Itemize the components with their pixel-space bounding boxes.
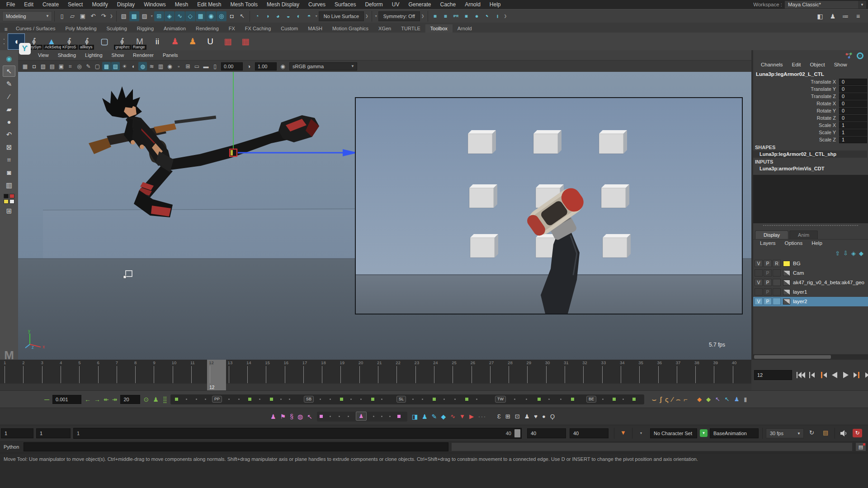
track-marker[interactable]	[443, 399, 445, 400]
command-input[interactable]	[24, 442, 448, 451]
pose-marker[interactable]	[397, 415, 401, 418]
layer-display-type-toggle[interactable]	[773, 269, 781, 277]
node-graph-icon[interactable]	[845, 52, 853, 59]
layer-name[interactable]: BG	[791, 261, 801, 266]
live-surface-field[interactable]: No Live Surface	[319, 11, 364, 21]
more-dots-icon[interactable]: ···	[478, 413, 486, 420]
render-view-icon[interactable]: ▤	[430, 11, 440, 21]
timeline-frame-7[interactable]: 7	[114, 360, 132, 390]
timeline-frame-10[interactable]: 10	[170, 360, 189, 390]
attribute-value-field[interactable]: 0	[839, 93, 867, 100]
tangent-auto-icon[interactable]: ⌣	[652, 395, 656, 404]
current-frame-field[interactable]: 12	[754, 370, 792, 380]
shadows-icon[interactable]: ◐	[129, 62, 138, 70]
folder-tool[interactable]: ▢	[96, 33, 113, 50]
pose-marker[interactable]	[348, 416, 349, 417]
channel-box-menu[interactable]: Object	[806, 61, 829, 70]
timeline-frame-27[interactable]: 27	[487, 360, 506, 390]
shelf-tab[interactable]: FX Caching	[240, 24, 276, 33]
attribute-editor-icon[interactable]: ≔	[840, 11, 850, 21]
script-editor-button[interactable]: ▤	[855, 442, 866, 451]
eye-tool-icon[interactable]: ◉	[3, 53, 15, 64]
menu-item[interactable]: Cache	[435, 0, 460, 9]
menu-item[interactable]: Surfaces	[330, 0, 360, 9]
layer-display-type-toggle[interactable]: R	[773, 260, 781, 267]
attribute-label[interactable]: Translate Z	[753, 94, 839, 99]
timeline-frame-33[interactable]: 33	[599, 360, 618, 390]
layer-display-type-toggle[interactable]	[773, 298, 781, 305]
track-marker[interactable]	[270, 398, 273, 401]
animation-layer-field[interactable]: BaseAnimation	[710, 428, 759, 438]
scrollbar-handle[interactable]	[754, 355, 831, 359]
layer-color-swatch[interactable]	[783, 261, 790, 267]
panel-menu-item[interactable]: Show	[107, 52, 129, 59]
orange-character-tool[interactable]: ♟	[184, 33, 201, 50]
select-dynamics-icon[interactable]: ◉	[206, 11, 216, 21]
attribute-label[interactable]: Rotate Y	[753, 108, 839, 113]
menu-item[interactable]: Windows	[139, 0, 170, 9]
tangent-step-icon[interactable]: ⌐	[684, 395, 688, 404]
timeline-frame-26[interactable]: 26	[469, 360, 487, 390]
step-back-icon[interactable]: ←	[85, 396, 91, 403]
track-marker[interactable]: TW	[495, 396, 506, 403]
track-marker[interactable]	[433, 398, 436, 401]
menu-item[interactable]: Select	[63, 0, 87, 9]
shelf-menu-icon[interactable]: ≡	[1, 26, 11, 33]
menu-item[interactable]: Deform	[360, 0, 387, 9]
track-marker[interactable]	[238, 399, 240, 400]
diamond-cyan-icon[interactable]: ◆	[441, 413, 446, 420]
playback-speed-field[interactable]: 0.001	[52, 395, 81, 404]
save-scene-icon[interactable]: ▣	[78, 11, 88, 21]
attribute-label[interactable]: Translate X	[753, 79, 839, 84]
select-rendering-icon[interactable]: ◎	[217, 11, 226, 21]
gamma-field[interactable]: 1.00	[255, 62, 277, 70]
pose-marker[interactable]: ♟	[356, 412, 367, 421]
line-tool-icon[interactable]: ∕	[3, 91, 15, 102]
gate-mask-icon[interactable]: ▬	[202, 62, 210, 70]
timeline-frame-35[interactable]: 35	[637, 360, 655, 390]
go-to-start-button[interactable]	[795, 371, 806, 380]
highlight-selection-icon[interactable]: ↖	[237, 11, 247, 21]
layer-row-bg[interactable]: V P R BG	[753, 259, 868, 268]
camera-attributes-icon[interactable]: ▧	[39, 62, 47, 70]
python-kfpros-tool[interactable]: ∮ KFproS	[61, 33, 78, 50]
pose-marker[interactable]	[381, 416, 382, 417]
track-marker[interactable]	[371, 398, 374, 401]
track-marker[interactable]	[538, 398, 541, 401]
python-allkeys-tool[interactable]: ∮ allkeys	[78, 33, 95, 50]
group-collapse-caret[interactable]: ❯	[420, 14, 425, 18]
pose-person-icon[interactable]: ♟	[270, 413, 276, 420]
shelf-tab[interactable]: Rigging	[132, 24, 159, 33]
heart-icon[interactable]: ♥	[534, 413, 538, 420]
track-marker[interactable]	[175, 398, 178, 401]
layer-editor-tab[interactable]: Anim	[789, 230, 818, 239]
timeline-frame-38[interactable]: 38	[693, 360, 711, 390]
timeline-frame-34[interactable]: 34	[618, 360, 637, 390]
create-layer-from-selected-icon[interactable]: ◆	[859, 250, 863, 257]
timeline-ticks[interactable]: 1234567891011121213141516171819202122232…	[0, 360, 751, 390]
python-graphzc-tool[interactable]: ∮ graphzc	[113, 33, 131, 50]
timeline-frame-19[interactable]: 19	[338, 360, 356, 390]
pause-viewport-icon[interactable]: ∥	[493, 11, 503, 21]
dof-icon[interactable]: ◉	[165, 62, 174, 70]
timeline-frame-20[interactable]: 20	[357, 360, 375, 390]
layer-visible-toggle[interactable]: V	[755, 298, 763, 305]
track-marker[interactable]	[613, 398, 616, 401]
red-loop-button[interactable]: ↻	[853, 429, 862, 437]
layer-editor-menu[interactable]: Options	[781, 239, 807, 248]
group-collapse-caret[interactable]: ❯	[503, 14, 508, 18]
menu-item[interactable]: Edit Mesh	[193, 0, 226, 9]
select-object-icon[interactable]: ▩	[129, 11, 139, 21]
layer-color-swatch[interactable]	[783, 299, 790, 305]
timeline-frame-28[interactable]: 28	[506, 360, 524, 390]
timeline-frame-37[interactable]: 37	[674, 360, 693, 390]
pose-track[interactable]: ♟	[317, 412, 407, 422]
layer-name[interactable]: ak47_rig_v0_4_beta:ak47_geo	[791, 280, 864, 285]
playback-loop-icon[interactable]: ↻	[809, 429, 814, 436]
step-forward-key-button[interactable]	[852, 371, 863, 380]
timeline-frame-8[interactable]: 8	[132, 360, 151, 390]
horizontal-scrollbar[interactable]	[753, 354, 868, 360]
panel-splitter[interactable]	[753, 223, 868, 228]
track-marker[interactable]: PP	[212, 396, 222, 403]
oversampling-icon[interactable]: ◎	[75, 62, 84, 70]
